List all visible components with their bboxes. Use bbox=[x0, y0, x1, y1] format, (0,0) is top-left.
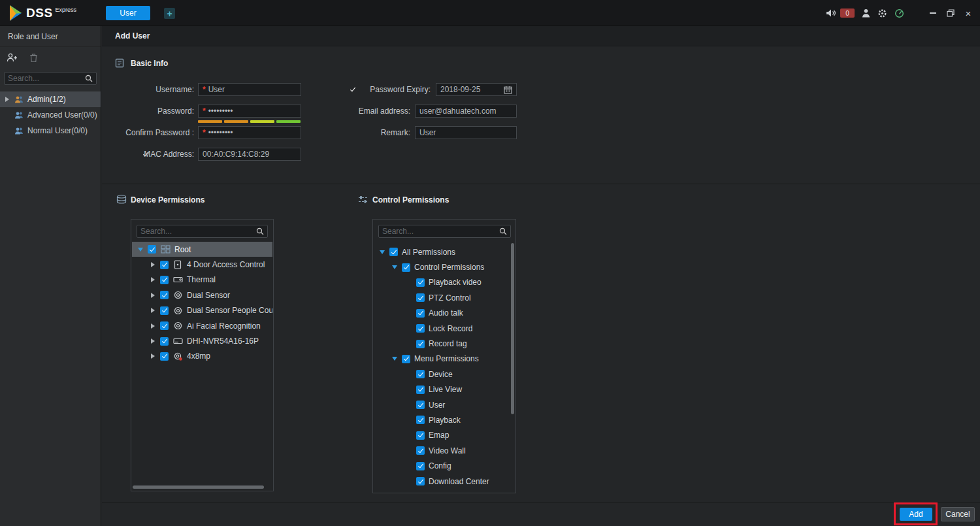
tree-row-permission[interactable]: Live View bbox=[374, 382, 515, 397]
control-search[interactable] bbox=[378, 225, 511, 238]
sidebar-search[interactable] bbox=[4, 72, 97, 85]
chevron-right-icon[interactable] bbox=[150, 292, 156, 299]
vertical-scrollbar[interactable] bbox=[511, 243, 514, 414]
password-field[interactable]: * ••••••••• bbox=[198, 105, 301, 118]
sidebar-item-advanced-user[interactable]: Advanced User(0/0) bbox=[0, 107, 101, 123]
tree-row-device[interactable]: Dual Sensor People Counting bbox=[132, 303, 272, 318]
user-icon[interactable] bbox=[862, 8, 870, 18]
tree-row-permission[interactable]: Emap bbox=[374, 428, 515, 443]
tree-row-device[interactable]: DHI-NVR54A16-16P bbox=[132, 333, 272, 348]
tree-row-permission[interactable]: Lock Record bbox=[374, 321, 515, 336]
add-user-icon-button[interactable] bbox=[7, 53, 18, 62]
tree-row-permission[interactable]: Audio talk bbox=[374, 306, 515, 321]
checkbox[interactable] bbox=[416, 386, 425, 394]
checkbox[interactable] bbox=[416, 370, 425, 378]
checkbox[interactable] bbox=[402, 355, 410, 363]
control-tree: All Permissions Control Permissions Play… bbox=[374, 244, 515, 491]
chevron-down-icon[interactable] bbox=[137, 246, 144, 253]
checkbox[interactable] bbox=[160, 306, 169, 315]
tree-row-permission[interactable]: Playback video bbox=[374, 275, 515, 290]
cancel-button[interactable]: Cancel bbox=[941, 507, 975, 521]
checkbox[interactable] bbox=[416, 324, 425, 333]
checkbox[interactable] bbox=[160, 261, 169, 269]
device-search-input[interactable] bbox=[140, 227, 256, 236]
search-icon bbox=[256, 227, 264, 235]
chevron-right-icon[interactable] bbox=[150, 307, 156, 314]
chevron-right-icon[interactable] bbox=[150, 276, 156, 283]
remark-value: User bbox=[419, 128, 436, 137]
speaker-icon[interactable] bbox=[826, 8, 836, 18]
chevron-down-icon[interactable] bbox=[391, 355, 398, 362]
tab-user[interactable]: User bbox=[106, 6, 150, 20]
checkbox[interactable] bbox=[160, 291, 169, 299]
tree-row-permission[interactable]: Video Wall bbox=[374, 443, 515, 458]
sidebar-item-admin[interactable]: Admin(1/2) bbox=[0, 91, 101, 107]
minimize-button[interactable] bbox=[928, 8, 938, 18]
checkbox[interactable] bbox=[416, 462, 425, 470]
control-search-input[interactable] bbox=[382, 227, 499, 236]
confirm-password-masked-value: ••••••••• bbox=[208, 128, 233, 137]
email-field[interactable]: user@dahuatech.com bbox=[415, 105, 517, 118]
checkbox[interactable] bbox=[160, 352, 169, 361]
checkbox[interactable] bbox=[389, 248, 398, 256]
tree-row-permission[interactable]: Menu Permissions bbox=[374, 352, 515, 367]
tree-row-permission[interactable]: Device bbox=[374, 367, 515, 382]
network-status-icon[interactable] bbox=[894, 8, 904, 18]
checkbox[interactable] bbox=[160, 337, 169, 346]
tree-row-permission[interactable]: Config bbox=[374, 458, 515, 473]
remark-field[interactable]: User bbox=[415, 126, 517, 139]
tree-row-device[interactable]: Ai Facial Recognition bbox=[132, 318, 272, 333]
checkbox[interactable] bbox=[416, 477, 425, 485]
chevron-down-icon[interactable] bbox=[391, 264, 398, 271]
user-group-icon bbox=[14, 127, 24, 135]
sidebar-item-normal-user[interactable]: Normal User(0/0) bbox=[0, 123, 101, 139]
tree-row-device[interactable]: 4x8mp bbox=[132, 349, 272, 364]
settings-gear-icon[interactable] bbox=[877, 8, 887, 18]
checkbox[interactable] bbox=[416, 431, 425, 440]
calendar-icon[interactable] bbox=[504, 86, 512, 94]
chevron-right-icon[interactable] bbox=[150, 323, 156, 329]
tree-row-device[interactable]: Thermal bbox=[132, 272, 272, 288]
confirm-password-field[interactable]: * ••••••••• bbox=[198, 126, 301, 139]
checkbox[interactable] bbox=[416, 278, 425, 287]
tree-row-permission[interactable]: Record tag bbox=[374, 336, 515, 351]
close-button[interactable]: × bbox=[963, 8, 973, 18]
checkbox[interactable] bbox=[416, 293, 425, 302]
tree-row-permission[interactable]: All Permissions bbox=[374, 244, 515, 259]
tree-row-permission[interactable]: Download Center bbox=[374, 474, 515, 489]
device-search[interactable] bbox=[137, 225, 268, 238]
add-tab-button[interactable]: + bbox=[164, 8, 175, 19]
checkbox[interactable] bbox=[148, 245, 156, 254]
tree-row-permission[interactable]: User bbox=[374, 397, 515, 412]
chevron-right-icon[interactable] bbox=[150, 261, 156, 268]
tree-row-device[interactable]: Dual Sensor bbox=[132, 288, 272, 303]
tree-row-device[interactable]: 4 Door Access Control bbox=[132, 257, 272, 272]
tree-row-permission[interactable]: PTZ Control bbox=[374, 290, 515, 305]
basic-info-icon bbox=[115, 58, 124, 68]
username-field[interactable]: * User bbox=[198, 83, 301, 96]
checkbox[interactable] bbox=[416, 309, 425, 318]
checkbox[interactable] bbox=[160, 276, 169, 284]
alarm-count-badge[interactable]: 0 bbox=[840, 8, 855, 18]
checkbox[interactable] bbox=[416, 446, 425, 455]
add-button[interactable]: Add bbox=[900, 508, 932, 521]
delete-user-icon-button[interactable] bbox=[29, 53, 38, 63]
mac-address-field[interactable]: 00:A0:C9:14:C8:29 bbox=[198, 148, 301, 161]
checkbox[interactable] bbox=[160, 321, 169, 330]
restore-button[interactable] bbox=[945, 8, 956, 18]
checkbox[interactable] bbox=[416, 340, 425, 348]
chevron-right-icon[interactable] bbox=[150, 338, 156, 344]
chevron-right-icon[interactable] bbox=[150, 353, 156, 359]
sidebar-search-input[interactable] bbox=[8, 74, 85, 83]
checkbox[interactable] bbox=[416, 401, 425, 409]
tree-row-permission[interactable]: Playback bbox=[374, 412, 515, 427]
checkbox[interactable] bbox=[416, 416, 425, 424]
chevron-down-icon[interactable] bbox=[379, 249, 385, 255]
tree-row-root[interactable]: Root bbox=[132, 242, 272, 257]
chevron-right-icon[interactable] bbox=[4, 96, 10, 103]
sidebar: Role and User Admin(1/2) Advanced User(0… bbox=[0, 26, 101, 526]
password-expiry-field[interactable]: 2018-09-25 bbox=[436, 83, 517, 96]
checkbox[interactable] bbox=[402, 263, 410, 272]
horizontal-scrollbar[interactable] bbox=[133, 485, 264, 489]
tree-row-permission[interactable]: Control Permissions bbox=[374, 259, 515, 274]
